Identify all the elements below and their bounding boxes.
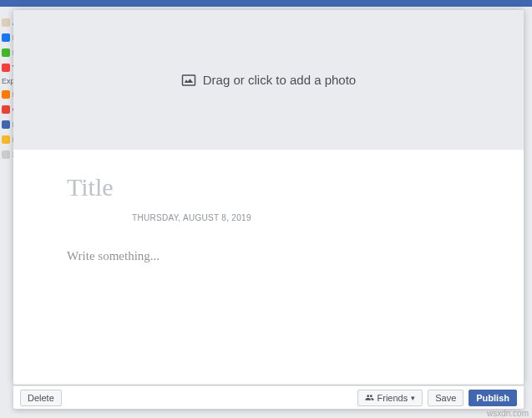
friends-icon: [2, 135, 10, 144]
groups-icon: [2, 105, 10, 114]
save-button[interactable]: Save: [428, 390, 464, 406]
dropzone-label: Drag or click to add a photo: [203, 73, 356, 87]
sidebar-item[interactable]: J: [0, 15, 13, 30]
pages-icon: [2, 90, 10, 99]
delete-button[interactable]: Delete: [20, 390, 62, 406]
save-label: Save: [435, 393, 456, 403]
friends-icon: [365, 393, 374, 402]
sidebar-item[interactable]: P: [0, 87, 13, 102]
explore-heading: Explo: [0, 75, 13, 87]
audience-selector-button[interactable]: Friends ▾: [357, 390, 423, 406]
sidebar-item[interactable]: F: [0, 132, 13, 147]
delete-label: Delete: [28, 393, 54, 403]
sidebar-item[interactable]: N: [0, 45, 13, 60]
avatar-icon: [2, 18, 10, 27]
publish-button[interactable]: Publish: [469, 390, 517, 406]
audience-label: Friends: [377, 393, 408, 403]
note-composer-modal: Drag or click to add a photo THURSDAY, A…: [13, 10, 524, 385]
feed-icon: [2, 33, 10, 42]
title-input[interactable]: [67, 173, 470, 201]
video-icon: [2, 64, 10, 72]
cover-photo-dropzone[interactable]: Drag or click to add a photo: [13, 10, 524, 150]
more-icon: [2, 150, 10, 159]
sidebar-item[interactable]: V: [0, 60, 13, 75]
editor-area: THURSDAY, AUGUST 8, 2019: [13, 150, 524, 385]
sidebar-item[interactable]: N: [0, 30, 13, 45]
top-nav-bar: [0, 0, 532, 7]
composer-footer: Delete Friends ▾ Save Publish: [13, 385, 524, 409]
sidebar-item[interactable]: S: [0, 147, 13, 162]
meta-row: THURSDAY, AUGUST 8, 2019: [67, 213, 470, 222]
sidebar-item[interactable]: E: [0, 117, 13, 132]
body-input[interactable]: [67, 249, 470, 349]
events-icon: [2, 120, 10, 129]
date-label: THURSDAY, AUGUST 8, 2019: [132, 213, 251, 222]
sidebar-item[interactable]: G: [0, 102, 13, 117]
photo-icon: [181, 73, 196, 88]
messenger-icon: [2, 48, 10, 57]
publish-label: Publish: [476, 393, 509, 403]
watermark: wsxdn.com: [487, 409, 529, 418]
chevron-down-icon: ▾: [411, 394, 415, 402]
left-sidebar: J N N V Explo P G E F S: [0, 7, 13, 162]
